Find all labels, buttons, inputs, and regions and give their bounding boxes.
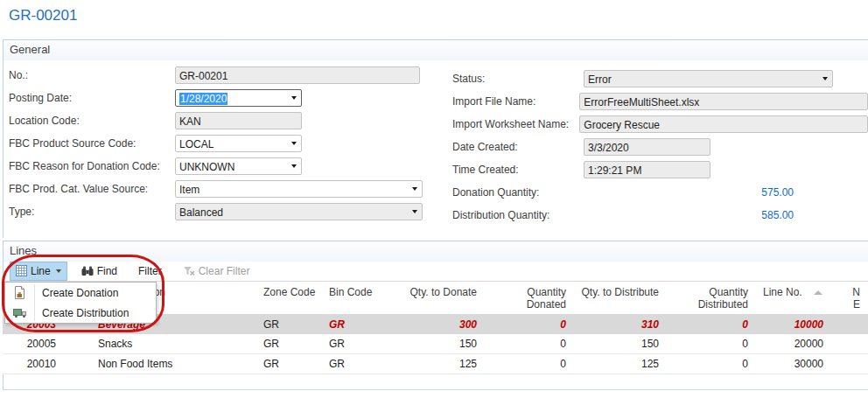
col-header-quantity-distributed[interactable]: Quantity Distributed (662, 284, 751, 311)
field-row-no: No.: GR-00201 (9, 64, 438, 87)
distribution-quantity-link[interactable]: 585.00 (584, 209, 794, 221)
field-row-distribution-quantity: Distribution Quantity: 585.00 (452, 204, 868, 227)
type-field[interactable]: Balanced (175, 203, 423, 220)
prod-cat-value-source-field[interactable]: Item (175, 180, 423, 198)
field-row-import-file-name: Import File Name: ErrorFreeMultiSheet.xl… (452, 90, 868, 113)
field-row-type: Type: Balanced (9, 200, 438, 223)
status-label: Status: (452, 73, 584, 85)
date-created-label: Date Created: (452, 141, 584, 153)
location-code-label: Location Code: (9, 115, 175, 127)
product-source-label: FBC Product Source Code: (9, 137, 175, 150)
field-row-posting-date: Posting Date: 1/28/2020 (9, 87, 438, 109)
reason-for-donation-field[interactable]: UNKNOWN (175, 157, 302, 175)
general-section-header[interactable]: General (4, 40, 868, 60)
dropdown-arrow-icon[interactable] (291, 142, 297, 145)
col-header-bin-code[interactable]: Bin Code (324, 284, 389, 298)
field-row-location-code: Location Code: KAN (9, 109, 438, 132)
field-row-status: Status: Error (452, 67, 868, 90)
time-created-field[interactable]: 1:29:21 PM (584, 161, 710, 178)
col-header-quantity-donated[interactable]: Quantity Donated (480, 284, 569, 311)
lines-toolbar: Line Find Filter Clear Filter (3, 261, 868, 282)
table-row[interactable]: 20010 Non Food Items GR GR 125 0 125 0 3… (3, 354, 868, 374)
posting-date-label: Posting Date: (9, 92, 175, 104)
prod-cat-value-source-label: FBC Prod. Cat. Value Source: (9, 183, 175, 195)
col-header-qty-to-donate[interactable]: Qty. to Donate (389, 284, 480, 298)
dropdown-arrow-icon[interactable] (822, 77, 828, 80)
field-row-reason-for-donation: FBC Reason for Donation Code: UNKNOWN (9, 155, 438, 178)
col-header-clipped[interactable]: N E (826, 284, 865, 311)
date-created-field[interactable]: 3/3/2020 (584, 138, 710, 156)
no-field[interactable]: GR-00201 (175, 66, 420, 84)
menu-item-create-donation[interactable]: Create Donation (5, 283, 156, 303)
type-label: Type: (9, 206, 175, 218)
find-button[interactable]: Find (76, 262, 122, 281)
donation-quantity-link[interactable]: 575.00 (584, 186, 794, 199)
table-row[interactable]: 20005 Snacks GR GR 150 0 150 0 20000 (3, 334, 868, 354)
col-header-zone-code[interactable]: Zone Code (258, 284, 324, 298)
import-file-name-label: Import File Name: (452, 95, 579, 108)
filter-button[interactable]: Filter (133, 262, 167, 281)
field-row-prod-cat-value-source: FBC Prod. Cat. Value Source: Item (9, 178, 438, 200)
donation-quantity-label: Donation Quantity: (452, 186, 584, 199)
field-row-date-created: Date Created: 3/3/2020 (452, 136, 868, 158)
dropdown-arrow-icon[interactable] (412, 187, 417, 191)
no-label: No.: (9, 69, 175, 81)
location-code-field[interactable]: KAN (175, 112, 302, 129)
field-row-time-created: Time Created: 1:29:21 PM (452, 158, 868, 181)
donation-document-icon (5, 286, 34, 299)
truck-icon (5, 307, 34, 318)
line-dropdown-menu: Create Donation Create Distribution (4, 282, 157, 324)
field-row-product-source: FBC Product Source Code: LOCAL (9, 132, 438, 155)
binoculars-icon (81, 266, 94, 276)
grid-icon (16, 265, 27, 276)
import-file-name-field[interactable]: ErrorFreeMultiSheet.xlsx (579, 93, 868, 110)
import-worksheet-name-field[interactable]: Grocery Rescue (579, 115, 868, 133)
distribution-quantity-label: Distribution Quantity: (452, 209, 584, 221)
dropdown-arrow-icon[interactable] (291, 96, 297, 100)
general-right-column: Status: Error Import File Name: ErrorFre… (452, 67, 868, 227)
col-header-line-no[interactable]: Line No. (751, 284, 826, 298)
chevron-down-icon (56, 269, 61, 273)
reason-for-donation-label: FBC Reason for Donation Code: (9, 160, 175, 172)
clear-filter-icon (183, 266, 195, 276)
time-created-label: Time Created: (452, 164, 584, 176)
dropdown-arrow-icon[interactable] (412, 210, 417, 213)
import-worksheet-name-label: Import Worksheet Name: (452, 118, 579, 130)
posting-date-field[interactable]: 1/28/2020 (175, 89, 302, 107)
grocery-rescue-document-page: GR-00201 General No.: GR-00201 Posting D… (0, 0, 868, 398)
dropdown-arrow-icon[interactable] (291, 164, 297, 168)
sort-ascending-icon (814, 290, 822, 295)
status-field[interactable]: Error (584, 70, 833, 87)
field-row-donation-quantity: Donation Quantity: 575.00 (452, 181, 868, 204)
page-title: GR-00201 (9, 7, 77, 24)
clear-filter-button[interactable]: Clear Filter (178, 262, 256, 281)
col-header-qty-to-distribute[interactable]: Qty. to Distribute (569, 284, 662, 298)
lines-section-header[interactable]: Lines (4, 241, 868, 262)
menu-item-create-distribution[interactable]: Create Distribution (5, 303, 156, 323)
general-left-column: No.: GR-00201 Posting Date: 1/28/2020 Lo… (9, 64, 438, 223)
line-menu-button[interactable]: Line (10, 262, 67, 281)
field-row-import-worksheet-name: Import Worksheet Name: Grocery Rescue (452, 113, 868, 136)
product-source-field[interactable]: LOCAL (175, 135, 302, 152)
